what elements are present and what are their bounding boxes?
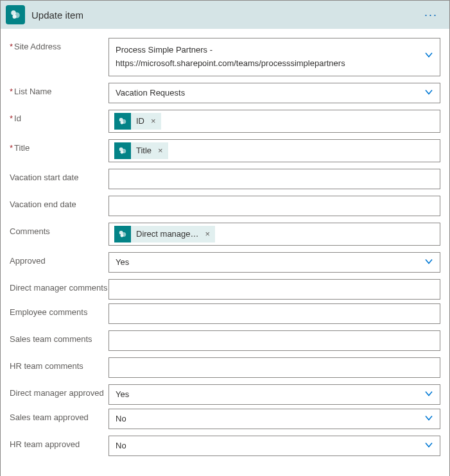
chevron-down-icon	[424, 257, 433, 268]
list-name-value: Vacation Requests	[113, 88, 185, 98]
row-dm-approved: Direct manager approved Yes	[10, 384, 440, 405]
row-vacation-end: Vacation end date	[10, 196, 440, 216]
chevron-down-icon	[424, 87, 433, 98]
field-approved[interactable]: Yes	[108, 252, 440, 273]
label-dm-approved: Direct manager approved	[10, 384, 108, 398]
token-remove-button[interactable]: ×	[157, 146, 168, 155]
card-header: Update item ···	[1, 1, 449, 29]
label-site-address: *Site Address	[10, 38, 108, 52]
card-menu-button[interactable]: ···	[420, 8, 442, 22]
chevron-down-icon	[103, 474, 111, 476]
svg-point-8	[121, 151, 124, 154]
chevron-down-icon	[424, 50, 433, 64]
token-id-label: ID	[131, 116, 150, 126]
field-st-comments[interactable]	[108, 330, 440, 351]
site-address-line2: https://microsoft.sharepoint.com/teams/p…	[116, 57, 417, 71]
row-dm-comments: Direct manager comments	[10, 279, 440, 300]
field-dm-comments[interactable]	[108, 279, 440, 300]
label-hr-comments: HR team comments	[10, 357, 108, 371]
sharepoint-icon	[114, 226, 131, 242]
label-emp-comments: Employee comments	[10, 303, 108, 318]
row-st-approved: Sales team approved No	[10, 409, 440, 429]
row-emp-comments: Employee comments	[10, 303, 440, 324]
label-title: *Title	[10, 139, 108, 153]
hr-approved-value: No	[113, 441, 126, 450]
field-list-name[interactable]: Vacation Requests	[108, 83, 440, 103]
token-remove-button[interactable]: ×	[204, 229, 216, 239]
field-dm-approved[interactable]: Yes	[108, 384, 440, 405]
st-approved-value: No	[113, 414, 126, 423]
label-hr-approved: HR team approved	[10, 436, 108, 450]
dm-approved-value: Yes	[113, 389, 129, 399]
label-dm-comments: Direct manager comments	[10, 279, 108, 293]
card-title: Update item	[31, 10, 420, 21]
field-comments[interactable]: Direct manage… ×	[108, 223, 440, 246]
label-st-approved: Sales team approved	[10, 409, 108, 423]
svg-point-2	[13, 15, 17, 19]
update-item-card: Update item ··· *Site Address Process Si…	[0, 0, 450, 476]
row-st-comments: Sales team comments	[10, 330, 440, 351]
field-id[interactable]: ID ×	[108, 110, 440, 133]
row-hr-approved: HR team approved No	[10, 436, 440, 456]
token-remove-button[interactable]: ×	[150, 116, 161, 126]
label-list-name: *List Name	[10, 83, 108, 97]
approved-value: Yes	[113, 257, 129, 267]
token-id: ID ×	[114, 113, 161, 130]
site-address-line1: Process Simple Partners -	[116, 44, 417, 57]
advanced-options-row: Show advanced options	[1, 466, 449, 476]
row-id: *Id ID ×	[10, 110, 440, 133]
token-title-label: Title	[131, 146, 157, 155]
row-site-address: *Site Address Process Simple Partners - …	[10, 38, 440, 76]
sharepoint-icon	[6, 5, 25, 24]
show-advanced-options-link[interactable]: Show advanced options	[10, 474, 98, 476]
label-vacation-end: Vacation end date	[10, 196, 108, 210]
row-hr-comments: HR team comments	[10, 357, 440, 378]
field-emp-comments[interactable]	[108, 303, 440, 324]
field-site-address[interactable]: Process Simple Partners - https://micros…	[108, 38, 440, 76]
svg-point-5	[121, 121, 124, 124]
sharepoint-icon	[114, 113, 131, 130]
field-hr-comments[interactable]	[108, 357, 440, 378]
chevron-down-icon	[424, 413, 433, 424]
field-hr-approved[interactable]: No	[108, 436, 440, 456]
field-vacation-end[interactable]	[108, 196, 440, 216]
token-dm-label: Direct manage…	[131, 229, 204, 239]
row-vacation-start: Vacation start date	[10, 169, 440, 189]
field-st-approved[interactable]: No	[108, 409, 440, 429]
sharepoint-icon	[114, 142, 131, 159]
card-body: *Site Address Process Simple Partners - …	[1, 29, 449, 466]
field-vacation-start[interactable]	[108, 169, 440, 189]
token-title: Title ×	[114, 142, 168, 159]
label-vacation-start: Vacation start date	[10, 169, 108, 183]
row-approved: Approved Yes	[10, 252, 440, 273]
label-approved: Approved	[10, 252, 108, 266]
row-title: *Title Title ×	[10, 139, 440, 162]
label-id: *Id	[10, 110, 108, 124]
label-st-comments: Sales team comments	[10, 330, 108, 344]
chevron-down-icon	[424, 440, 433, 451]
row-list-name: *List Name Vacation Requests	[10, 83, 440, 103]
row-comments: Comments Direct manage… ×	[10, 223, 440, 246]
chevron-down-icon	[424, 389, 433, 400]
svg-point-11	[121, 234, 124, 237]
token-direct-manager: Direct manage… ×	[114, 226, 215, 242]
label-comments: Comments	[10, 223, 108, 237]
field-title[interactable]: Title ×	[108, 139, 440, 162]
